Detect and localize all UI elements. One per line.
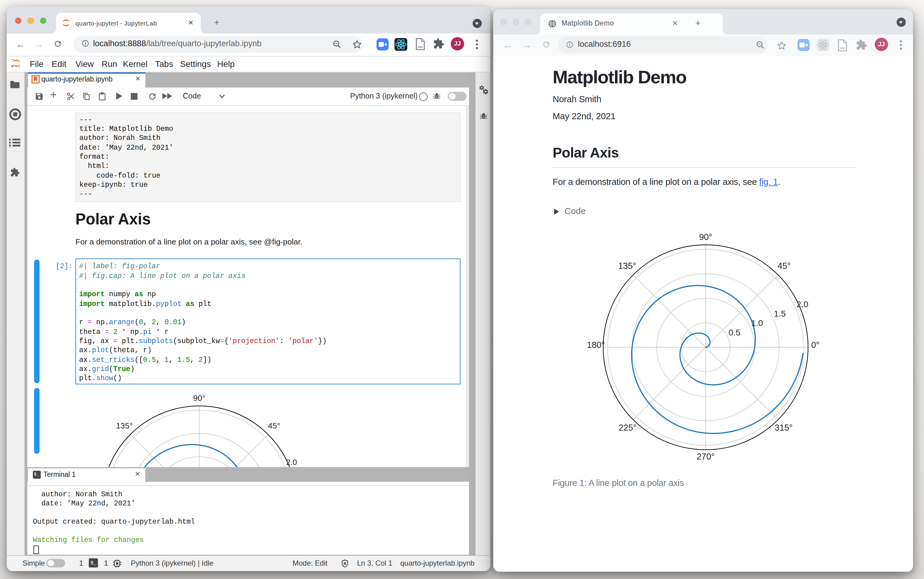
- svg-text:270°: 270°: [697, 451, 715, 461]
- svg-text:135°: 135°: [116, 421, 132, 430]
- svg-text:225°: 225°: [619, 422, 636, 432]
- svg-text:45°: 45°: [777, 261, 790, 270]
- svg-text:2.0: 2.0: [286, 457, 296, 466]
- svg-text:1.5: 1.5: [774, 309, 786, 318]
- svg-text:180°: 180°: [587, 340, 605, 349]
- svg-text:90°: 90°: [699, 232, 712, 242]
- svg-text:90°: 90°: [193, 393, 205, 402]
- svg-text:135°: 135°: [618, 261, 636, 270]
- svg-text:1.5: 1.5: [264, 466, 275, 467]
- svg-text:0°: 0°: [811, 340, 819, 349]
- svg-text:45°: 45°: [268, 421, 280, 430]
- svg-text:1.0: 1.0: [751, 318, 763, 327]
- svg-text:0.5: 0.5: [728, 327, 740, 337]
- svg-text:2.0: 2.0: [796, 299, 808, 309]
- svg-text:315°: 315°: [775, 422, 793, 432]
